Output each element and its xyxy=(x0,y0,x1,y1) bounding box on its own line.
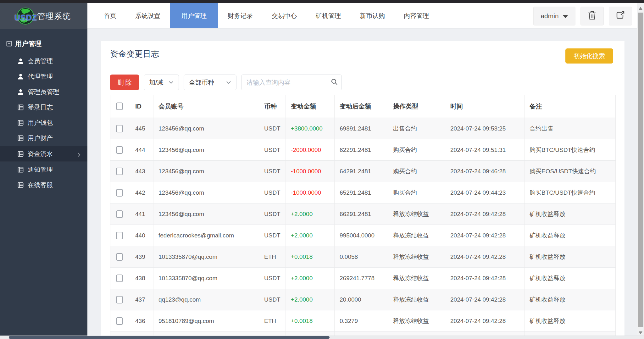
row-checkbox[interactable] xyxy=(116,232,123,239)
chevron-right-icon xyxy=(77,152,80,159)
cell-remark: 矿机收益释放 xyxy=(525,203,616,225)
row-checkbox[interactable] xyxy=(116,275,123,282)
sidebar-item[interactable]: 用户钱包 xyxy=(0,115,87,131)
list-icon xyxy=(18,135,24,142)
table-row: 438 1013335870@qq.com USDT +2.0000 26924… xyxy=(110,268,616,289)
row-checkbox[interactable] xyxy=(116,210,123,218)
cell-time: 2024-07-24 09:53:25 xyxy=(445,118,525,139)
sidebar-section-label: 用户管理 xyxy=(15,39,42,48)
init-search-button[interactable]: 初始化搜索 xyxy=(565,48,613,64)
cell-id: 442 xyxy=(130,182,153,203)
cell-id: 445 xyxy=(130,118,153,139)
nav-item-1[interactable]: 首页 xyxy=(94,3,126,28)
caret-down-icon xyxy=(563,15,568,18)
cell-time: 2024-07-24 09:51:31 xyxy=(445,139,525,160)
cell-time: 2024-07-24 09:42:28 xyxy=(445,289,525,310)
cell-after-amount: 66291.2481 xyxy=(335,203,388,225)
search-input[interactable] xyxy=(246,79,330,86)
column-header: 备注 xyxy=(525,95,616,118)
horizontal-scrollbar[interactable] xyxy=(0,336,644,339)
vertical-scrollbar-thumb[interactable] xyxy=(638,13,643,327)
cell-account: 1013335870@qq.com xyxy=(153,246,259,267)
cell-amount: +3800.0000 xyxy=(286,118,335,139)
sidebar-item[interactable]: 会员管理 xyxy=(0,53,87,69)
cell-time: 2024-07-24 09:42:28 xyxy=(445,310,525,331)
column-header: 操作类型 xyxy=(388,95,445,118)
nav-item-8[interactable]: 内容管理 xyxy=(394,3,438,28)
scroll-up-arrow-icon[interactable] xyxy=(639,7,642,10)
export-button[interactable] xyxy=(609,7,632,25)
sidebar-item[interactable]: 用户财产 xyxy=(0,131,87,146)
type-filter-select[interactable]: 加/减 xyxy=(144,75,179,90)
sidebar-item[interactable]: 管理员管理 xyxy=(0,84,87,100)
cell-id: 440 xyxy=(130,225,153,246)
nav-item-2[interactable]: 系统设置 xyxy=(126,3,170,28)
admin-label: admin xyxy=(541,12,558,20)
nav-item-4[interactable]: 财务记录 xyxy=(218,3,262,28)
trash-button[interactable] xyxy=(580,7,604,25)
horizontal-scrollbar-thumb[interactable] xyxy=(9,336,330,339)
coin-filter-value: 全部币种 xyxy=(189,78,214,87)
column-header: 变动金额 xyxy=(286,95,335,118)
cell-remark: 购买BTC/USDT快速合约 xyxy=(525,139,616,160)
row-checkbox[interactable] xyxy=(116,146,123,154)
row-checkbox[interactable] xyxy=(116,168,123,175)
sidebar-item[interactable]: 登录日志 xyxy=(0,100,87,115)
select-all-checkbox[interactable] xyxy=(116,103,123,110)
column-header: 时间 xyxy=(445,95,525,118)
sidebar-item[interactable]: 代理管理 xyxy=(0,69,87,84)
nav-item-6[interactable]: 矿机管理 xyxy=(306,3,350,28)
cell-id: 439 xyxy=(130,246,153,267)
cell-after-amount: 20.0000 xyxy=(335,289,388,310)
cell-coin: ETH xyxy=(259,246,286,267)
header-checkbox-cell xyxy=(110,95,130,118)
cell-account: 951810789@qq.com xyxy=(153,310,259,331)
nav-item-5[interactable]: 交易中心 xyxy=(262,3,306,28)
cell-amount: -1000.0000 xyxy=(286,182,335,203)
trash-icon xyxy=(587,10,597,22)
scroll-down-arrow-icon[interactable] xyxy=(639,331,642,334)
cell-after-amount: 65291.2481 xyxy=(335,182,388,203)
cell-amount: +2.0000 xyxy=(286,225,335,246)
cell-operation-type: 释放冻结收益 xyxy=(388,289,445,310)
sidebar: USDZ 管理系统 用户管理 会员管理 代理管理 管理员管理 xyxy=(0,3,87,336)
user-icon xyxy=(18,58,24,64)
cell-amount: +2.0000 xyxy=(286,203,335,225)
funds-log-table: ID会员账号币种变动金额变动后金额操作类型时间备注 445 123456@qq.… xyxy=(110,95,616,339)
cell-amount: +2.0000 xyxy=(286,289,335,310)
search-icon[interactable] xyxy=(330,78,338,87)
cell-time: 2024-07-24 09:42:28 xyxy=(445,268,525,289)
cell-account: 123456@qq.com xyxy=(153,118,259,139)
row-checkbox[interactable] xyxy=(116,317,123,325)
content-card: 资金变更日志 初始化搜索 删 除 加/减 全部币种 xyxy=(101,41,625,339)
cell-account: qq123@qq.com xyxy=(153,289,259,310)
row-checkbox[interactable] xyxy=(116,296,123,303)
cell-amount: +0.0018 xyxy=(286,246,335,267)
vertical-scrollbar[interactable] xyxy=(637,3,644,339)
sidebar-item[interactable]: 资金流水 xyxy=(0,146,87,162)
user-icon xyxy=(18,89,24,95)
coin-filter-select[interactable]: 全部币种 xyxy=(184,75,236,90)
delete-button[interactable]: 删 除 xyxy=(110,75,139,90)
sidebar-item[interactable]: 通知管理 xyxy=(0,162,87,177)
sidebar-section-user-management[interactable]: 用户管理 xyxy=(0,36,87,52)
chevron-down-icon xyxy=(226,81,231,84)
table-row: 436 951810789@qq.com ETH +0.0018 0.3279 … xyxy=(110,310,616,332)
table-body: 445 123456@qq.com USDT +3800.0000 69891.… xyxy=(110,118,616,339)
cell-account: 123456@qq.com xyxy=(153,182,259,203)
row-checkbox[interactable] xyxy=(116,125,123,132)
row-checkbox[interactable] xyxy=(116,189,123,197)
cell-amount: +0.0018 xyxy=(286,310,335,331)
cell-id: 436 xyxy=(130,310,153,331)
cell-remark: 购买EOS/USDT快速合约 xyxy=(525,161,616,182)
nav-item-7[interactable]: 新币认购 xyxy=(350,3,394,28)
admin-menu-button[interactable]: admin xyxy=(533,7,575,25)
cell-operation-type: 释放冻结收益 xyxy=(388,225,445,246)
nav-item-3[interactable]: 用户管理 xyxy=(170,3,218,28)
cell-amount: -1000.0000 xyxy=(286,161,335,182)
list-icon xyxy=(18,104,24,111)
cell-id: 438 xyxy=(130,268,153,289)
cell-remark: 矿机收益释放 xyxy=(525,246,616,267)
row-checkbox[interactable] xyxy=(116,253,123,261)
sidebar-item[interactable]: 在线客服 xyxy=(0,177,87,193)
